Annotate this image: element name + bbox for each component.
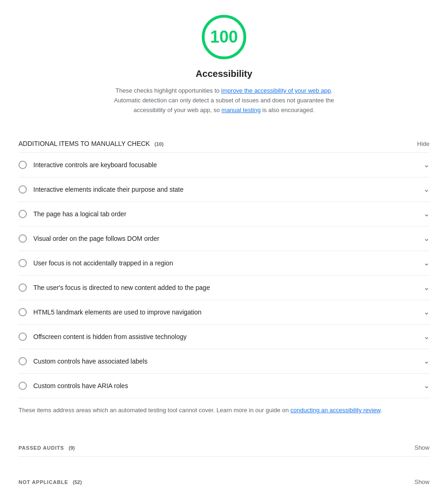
chevron-down-icon-logical-tab-order: ⌄: [423, 208, 429, 220]
manual-check-section-header: ADDITIONAL ITEMS TO MANUALLY CHECK (10) …: [19, 133, 429, 153]
score-value: 100: [210, 25, 238, 50]
audit-label-custom-controls-roles: Custom controls have ARIA roles: [33, 381, 418, 391]
score-description: These checks highlight opportunities to …: [108, 86, 340, 115]
manual-testing-link[interactable]: manual testing: [222, 107, 261, 113]
manual-check-title-text: ADDITIONAL ITEMS TO MANUALLY CHECK: [19, 140, 150, 147]
audit-item-keyboard-focusable[interactable]: Interactive controls are keyboard focusa…: [19, 153, 429, 177]
audit-label-interactive-element-affordance: Interactive elements indicate their purp…: [33, 185, 418, 195]
chevron-down-icon-offscreen-content-hidden: ⌄: [423, 331, 429, 342]
manual-check-count: (10): [155, 141, 164, 147]
manual-check-note-prefix: These items address areas which an autom…: [19, 407, 291, 414]
manual-check-note: These items address areas which an autom…: [19, 398, 429, 422]
passed-audits-title: PASSED AUDITS: [19, 445, 64, 451]
audit-status-icon-focus-traps: [19, 259, 27, 267]
chevron-down-icon-custom-controls-roles: ⌄: [423, 380, 429, 391]
audit-item-visual-order-follows-dom[interactable]: Visual order on the page follows DOM ord…: [19, 226, 429, 251]
audit-label-custom-controls-labels: Custom controls have associated labels: [33, 357, 418, 366]
chevron-down-icon-focus-traps: ⌄: [423, 258, 429, 269]
not-applicable-title-wrapper: NOT APPLICABLE (52): [19, 477, 82, 487]
audit-status-icon-interactive-element-affordance: [19, 185, 27, 194]
chevron-down-icon-use-landmarks: ⌄: [423, 307, 429, 318]
audit-item-logical-tab-order[interactable]: The page has a logical tab order ⌄: [19, 202, 429, 226]
score-section: 100 Accessibility These checks highlight…: [19, 15, 429, 115]
passed-audits-section: PASSED AUDITS (9) Show: [19, 437, 429, 457]
audit-status-icon-custom-controls-labels: [19, 357, 27, 365]
chevron-down-icon-custom-controls-labels: ⌄: [423, 356, 429, 367]
passed-audits-count: (9): [68, 445, 75, 451]
not-applicable-count: (52): [73, 479, 82, 485]
chevron-down-icon-visual-order-follows-dom: ⌄: [423, 233, 429, 244]
audit-status-icon-custom-controls-roles: [19, 382, 27, 390]
audit-label-logical-tab-order: The page has a logical tab order: [33, 209, 418, 219]
audit-item-interactive-element-affordance[interactable]: Interactive elements indicate their purp…: [19, 177, 429, 202]
description-suffix: is also encouraged.: [261, 107, 314, 113]
audit-status-icon-offscreen-content-hidden: [19, 333, 27, 341]
audit-status-icon-managed-focus: [19, 283, 27, 292]
manual-check-section-title: ADDITIONAL ITEMS TO MANUALLY CHECK (10): [19, 139, 163, 149]
passed-audits-toggle[interactable]: Show: [414, 444, 429, 451]
audit-status-icon-use-landmarks: [19, 308, 27, 316]
chevron-down-icon-managed-focus: ⌄: [423, 282, 429, 293]
manual-check-toggle[interactable]: Hide: [417, 140, 429, 147]
audit-item-managed-focus[interactable]: The user's focus is directed to new cont…: [19, 276, 429, 300]
not-applicable-toggle[interactable]: Show: [414, 478, 429, 485]
audit-item-custom-controls-labels[interactable]: Custom controls have associated labels ⌄: [19, 349, 429, 374]
passed-audits-title-wrapper: PASSED AUDITS (9): [19, 443, 75, 452]
audit-label-use-landmarks: HTML5 landmark elements are used to impr…: [33, 308, 418, 317]
score-title: Accessibility: [196, 67, 252, 81]
not-applicable-section: NOT APPLICABLE (52) Show: [19, 471, 429, 490]
audit-label-focus-traps: User focus is not accidentally trapped i…: [33, 258, 418, 268]
audit-status-icon-logical-tab-order: [19, 210, 27, 218]
audit-label-visual-order-follows-dom: Visual order on the page follows DOM ord…: [33, 234, 418, 244]
audit-label-keyboard-focusable: Interactive controls are keyboard focusa…: [33, 160, 418, 170]
audit-list: Interactive controls are keyboard focusa…: [19, 153, 429, 398]
accessibility-review-link[interactable]: conducting an accessibility review: [291, 407, 380, 414]
chevron-down-icon-interactive-element-affordance: ⌄: [423, 184, 429, 195]
audit-label-managed-focus: The user's focus is directed to new cont…: [33, 283, 418, 293]
audit-label-offscreen-content-hidden: Offscreen content is hidden from assisti…: [33, 332, 418, 342]
score-circle: 100: [202, 15, 246, 59]
audit-item-focus-traps[interactable]: User focus is not accidentally trapped i…: [19, 251, 429, 276]
manual-check-note-suffix: .: [380, 407, 382, 414]
improve-accessibility-link[interactable]: improve the accessibility of your web ap…: [221, 87, 331, 94]
audit-item-custom-controls-roles[interactable]: Custom controls have ARIA roles ⌄: [19, 374, 429, 398]
audit-status-icon-visual-order-follows-dom: [19, 234, 27, 243]
audit-item-use-landmarks[interactable]: HTML5 landmark elements are used to impr…: [19, 300, 429, 325]
audit-status-icon-keyboard-focusable: [19, 161, 27, 169]
not-applicable-title: NOT APPLICABLE: [19, 479, 68, 485]
description-prefix: These checks highlight opportunities to: [116, 87, 221, 94]
chevron-down-icon-keyboard-focusable: ⌄: [423, 159, 429, 170]
not-applicable-header: NOT APPLICABLE (52) Show: [19, 471, 429, 490]
audit-item-offscreen-content-hidden[interactable]: Offscreen content is hidden from assisti…: [19, 325, 429, 349]
passed-audits-header: PASSED AUDITS (9) Show: [19, 437, 429, 457]
page-container: 100 Accessibility These checks highlight…: [0, 0, 448, 490]
